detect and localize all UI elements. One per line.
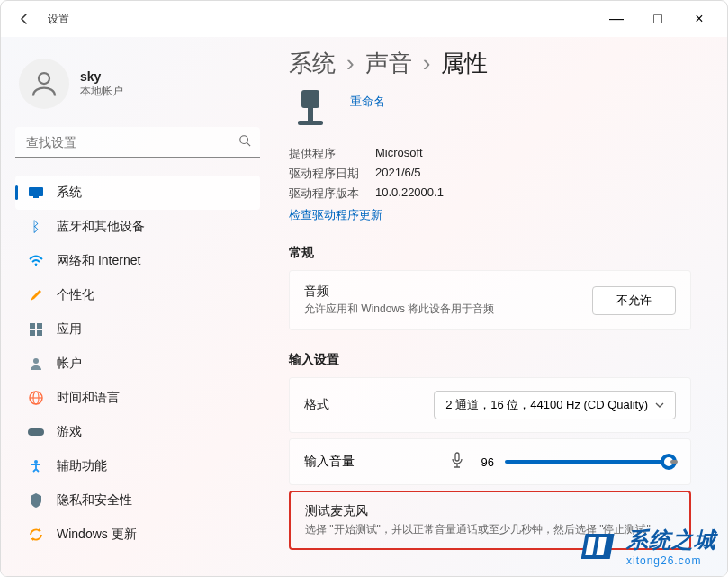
nav-network[interactable]: 网络和 Internet xyxy=(15,244,260,278)
minimize-button[interactable]: — xyxy=(596,5,637,33)
svg-line-2 xyxy=(247,143,251,147)
maximize-button[interactable]: □ xyxy=(637,5,679,33)
avatar xyxy=(19,59,69,109)
nav-label: 时间和语言 xyxy=(57,390,120,406)
check-driver-link[interactable]: 检查驱动程序更新 xyxy=(289,207,382,223)
nav-time[interactable]: 时间和语言 xyxy=(15,381,260,415)
nav-update[interactable]: Windows 更新 xyxy=(15,518,260,552)
svg-rect-19 xyxy=(455,453,459,461)
test-sub: 选择 "开始测试"，并以正常音量通话或至少几秒钟，然后选择 "停止测试" xyxy=(305,521,675,537)
nav-label: 网络和 Internet xyxy=(57,253,140,269)
nav-apps[interactable]: 应用 xyxy=(15,312,260,347)
crumb-sound[interactable]: 声音 xyxy=(365,48,412,79)
crumb-properties: 属性 xyxy=(441,48,488,79)
device-info: 提供程序Microsoft 驱动程序日期2021/6/5 驱动程序版本10.0.… xyxy=(289,144,691,203)
svg-rect-14 xyxy=(28,428,44,436)
crumb-system[interactable]: 系统 xyxy=(289,48,336,79)
accessibility-icon xyxy=(28,458,44,474)
section-input: 输入设置 xyxy=(289,352,691,368)
gamepad-icon xyxy=(28,424,44,440)
svg-rect-4 xyxy=(33,196,39,198)
nav-label: 应用 xyxy=(57,321,82,338)
nav-label: 系统 xyxy=(57,185,82,201)
user-name: sky xyxy=(80,69,123,84)
volume-value: 96 xyxy=(474,455,494,469)
info-key: 驱动程序日期 xyxy=(289,166,361,182)
info-value: 2021/6/5 xyxy=(375,166,421,182)
nav-privacy[interactable]: 隐私和安全性 xyxy=(15,483,260,518)
info-value: 10.0.22000.1 xyxy=(375,185,444,202)
shield-icon xyxy=(28,492,44,509)
bluetooth-icon: ᛒ xyxy=(28,219,44,235)
microphone-icon[interactable] xyxy=(451,452,463,472)
slider-thumb[interactable] xyxy=(661,454,677,470)
svg-rect-18 xyxy=(298,121,323,125)
back-button[interactable] xyxy=(8,3,40,35)
nav-label: Windows 更新 xyxy=(57,527,137,543)
svg-rect-6 xyxy=(30,323,35,329)
volume-title: 输入音量 xyxy=(304,454,440,470)
info-key: 提供程序 xyxy=(289,146,361,162)
svg-rect-17 xyxy=(308,108,313,121)
nav-gaming[interactable]: 游戏 xyxy=(15,415,260,449)
nav-label: 辅助功能 xyxy=(57,458,107,474)
audio-card: 音频 允许应用和 Windows 将此设备用于音频 不允许 xyxy=(289,270,691,330)
search-box xyxy=(15,127,260,158)
audio-sub: 允许应用和 Windows 将此设备用于音频 xyxy=(304,302,592,317)
device-icon xyxy=(289,90,332,133)
main-content: 系统 › 声音 › 属性 重命名 提供程序Microsoft 驱动程序日期202… xyxy=(271,37,727,576)
chevron-down-icon xyxy=(655,402,664,408)
info-value: Microsoft xyxy=(375,146,423,162)
volume-card: 输入音量 96 xyxy=(289,438,691,485)
search-input[interactable] xyxy=(15,127,260,158)
person-icon xyxy=(28,68,60,100)
nav-system[interactable]: 系统 xyxy=(15,176,260,210)
wifi-icon xyxy=(28,253,44,269)
svg-point-15 xyxy=(34,460,38,464)
disallow-button[interactable]: 不允许 xyxy=(592,286,676,315)
globe-icon xyxy=(28,390,44,406)
account-type: 本地帐户 xyxy=(80,84,123,99)
nav-list: 系统 ᛒ 蓝牙和其他设备 网络和 Internet 个性化 应用 帐户 xyxy=(15,176,260,562)
volume-slider[interactable] xyxy=(505,460,676,464)
search-icon xyxy=(238,134,251,150)
sidebar: sky 本地帐户 系统 ᛒ 蓝牙和其他设备 网络和 Internet xyxy=(1,37,271,576)
update-icon xyxy=(28,527,44,543)
format-value: 2 通道，16 位，44100 Hz (CD Quality) xyxy=(445,397,648,413)
format-card: 格式 2 通道，16 位，44100 Hz (CD Quality) xyxy=(289,377,691,433)
nav-accessibility[interactable]: 辅助功能 xyxy=(15,449,260,483)
nav-label: 帐户 xyxy=(57,356,82,372)
microphone-stand-icon xyxy=(292,90,328,130)
titlebar: 设置 — □ × xyxy=(1,1,727,37)
svg-rect-9 xyxy=(37,330,42,336)
svg-point-0 xyxy=(39,73,49,84)
system-icon xyxy=(28,185,44,201)
section-general: 常规 xyxy=(289,245,691,261)
account-icon xyxy=(28,356,44,372)
nav-label: 个性化 xyxy=(57,287,94,303)
window-controls: — □ × xyxy=(596,5,720,33)
svg-rect-7 xyxy=(37,323,42,329)
svg-rect-16 xyxy=(301,90,319,108)
svg-rect-8 xyxy=(30,330,35,336)
rename-link[interactable]: 重命名 xyxy=(350,94,385,110)
close-button[interactable]: × xyxy=(679,5,720,33)
format-title: 格式 xyxy=(304,397,434,413)
arrow-left-icon xyxy=(17,12,31,26)
chevron-right-icon: › xyxy=(346,50,355,77)
brush-icon xyxy=(28,287,44,303)
app-title: 设置 xyxy=(48,12,69,27)
svg-point-10 xyxy=(33,358,39,364)
nav-personalization[interactable]: 个性化 xyxy=(15,278,260,312)
nav-accounts[interactable]: 帐户 xyxy=(15,347,260,381)
breadcrumb: 系统 › 声音 › 属性 xyxy=(289,48,691,79)
nav-label: 游戏 xyxy=(57,424,82,440)
nav-bluetooth[interactable]: ᛒ 蓝牙和其他设备 xyxy=(15,210,260,244)
test-title: 测试麦克风 xyxy=(305,503,675,519)
apps-icon xyxy=(28,321,44,338)
audio-title: 音频 xyxy=(304,284,592,300)
svg-rect-3 xyxy=(29,187,43,196)
svg-point-5 xyxy=(35,265,37,266)
format-dropdown[interactable]: 2 通道，16 位，44100 Hz (CD Quality) xyxy=(434,391,676,419)
user-block[interactable]: sky 本地帐户 xyxy=(19,59,256,109)
